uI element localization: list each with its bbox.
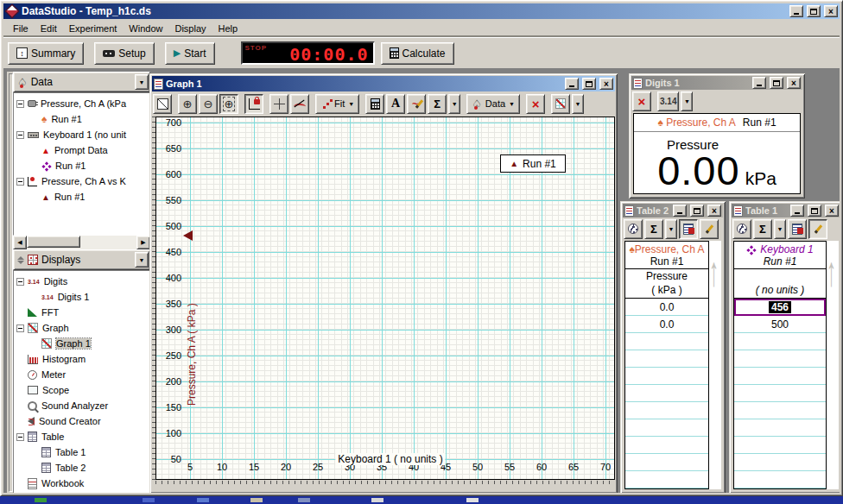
- tree-expander-graph[interactable]: [16, 324, 24, 332]
- digits-format-dropdown-button[interactable]: ▼: [681, 91, 693, 111]
- fit-menu-button[interactable]: Fit ▼: [315, 94, 359, 114]
- y-axis-title[interactable]: Pressure, Ch A ( kPa ): [186, 245, 198, 406]
- display-item-sound-analyzer[interactable]: Sound Analyzer: [14, 398, 149, 413]
- display-item-histogram[interactable]: Histogram: [14, 351, 149, 367]
- text-annotation-button[interactable]: A: [386, 94, 405, 114]
- table2-statistics-dropdown-button[interactable]: ▼: [665, 219, 677, 239]
- display-item-graph-1[interactable]: Graph 1: [14, 336, 149, 351]
- table1-row-6[interactable]: [734, 385, 826, 402]
- table2-title-bar[interactable]: Table 2 ×: [623, 204, 723, 217]
- panel-splitter-icon[interactable]: [17, 256, 24, 264]
- table1-row-9[interactable]: [734, 437, 826, 454]
- table2-close-button[interactable]: ×: [707, 205, 721, 217]
- table2-row-7[interactable]: [625, 402, 708, 419]
- zoom-out-button[interactable]: ⊖: [199, 94, 218, 114]
- table1-title-bar[interactable]: Table 1 ×: [732, 204, 840, 217]
- table2-row-1[interactable]: 0.0: [625, 299, 708, 316]
- graph-calculate-button[interactable]: [365, 94, 384, 114]
- table2-statistics-button[interactable]: Σ: [644, 219, 663, 239]
- taskbar-icon[interactable]: [35, 498, 47, 502]
- zoom-select-button[interactable]: ⊕: [219, 94, 238, 114]
- digits-close-button[interactable]: ×: [787, 77, 801, 89]
- digits-maximize-button[interactable]: [770, 77, 783, 89]
- data-item-keyboard-1[interactable]: Keyboard 1 (no unit: [14, 127, 149, 142]
- digits-remove-button[interactable]: ×: [632, 91, 651, 111]
- menu-file[interactable]: File: [7, 22, 35, 35]
- table1-maximize-button[interactable]: [808, 205, 821, 217]
- display-item-digits-1[interactable]: 3.14Digits 1: [14, 289, 149, 305]
- table1-row-1[interactable]: 456: [734, 299, 826, 316]
- data-item-pressure-cha[interactable]: Pressure, Ch A (kPa: [14, 96, 149, 111]
- table2-row-10[interactable]: [625, 454, 708, 471]
- table2-row-5[interactable]: [625, 368, 708, 385]
- table2-row-6[interactable]: [625, 385, 708, 402]
- table1-scroll-gutter[interactable]: ↑: [827, 241, 839, 489]
- graph-settings-button[interactable]: [551, 94, 570, 114]
- scrollbar-track[interactable]: [27, 236, 136, 249]
- table1-row-7[interactable]: [734, 402, 826, 419]
- prediction-button[interactable]: ~: [407, 94, 426, 114]
- taskbar-icon[interactable]: [298, 498, 310, 502]
- graph-close-button[interactable]: ×: [599, 78, 613, 90]
- table1-editing-cell[interactable]: 456: [769, 301, 791, 313]
- displays-panel-header[interactable]: Displays ▼: [13, 249, 150, 270]
- table2-minimize-button[interactable]: [673, 205, 687, 217]
- table1-row-4[interactable]: [734, 350, 826, 368]
- display-item-table-1[interactable]: Table 1: [14, 444, 149, 460]
- table2-source-header[interactable]: ♠Pressure, Ch A Run #1: [625, 242, 708, 269]
- x-axis-title[interactable]: Keyboard 1 ( no units ): [335, 453, 445, 465]
- taskbar-icon[interactable]: [466, 498, 479, 502]
- data-panel-header[interactable]: ♤ Data ▼: [13, 72, 150, 92]
- display-item-fft[interactable]: FFT: [14, 305, 149, 320]
- data-item-pressure-cha-run1[interactable]: ♠Run #1: [14, 111, 149, 127]
- data-item-pressure-vs-run1[interactable]: ▲Run #1: [14, 189, 149, 205]
- table2-row-9[interactable]: [625, 437, 708, 454]
- table1-source-header[interactable]: Keyboard 1 Run #1: [734, 242, 826, 269]
- scale-to-fit-button[interactable]: [153, 94, 172, 114]
- windows-taskbar[interactable]: [0, 496, 843, 504]
- table1-row-8[interactable]: [734, 419, 826, 437]
- scroll-left-button[interactable]: ◀: [13, 236, 27, 249]
- table1-row-2[interactable]: 500: [734, 316, 826, 333]
- taskbar-icon[interactable]: [143, 498, 155, 502]
- table2-scroll-gutter[interactable]: ↑: [709, 241, 721, 489]
- display-item-table[interactable]: Table: [14, 429, 149, 444]
- table2-lock-button[interactable]: [679, 219, 698, 239]
- app-close-button[interactable]: ×: [824, 5, 838, 17]
- table2-cell[interactable]: 0.0: [660, 318, 675, 331]
- app-maximize-button[interactable]: [807, 5, 821, 17]
- display-item-sound-creator[interactable]: Sound Creator: [14, 413, 149, 429]
- slope-tool-button[interactable]: [290, 94, 309, 114]
- display-item-meter[interactable]: Meter: [14, 367, 149, 382]
- table2-edit-button[interactable]: [700, 219, 719, 239]
- table1-statistics-dropdown-button[interactable]: ▼: [774, 219, 786, 239]
- scroll-right-button[interactable]: ▶: [136, 236, 150, 249]
- taskbar-icon[interactable]: [371, 498, 383, 502]
- data-point-edge-marker[interactable]: [183, 230, 193, 241]
- graph-maximize-button[interactable]: [582, 78, 596, 90]
- menu-window[interactable]: Window: [123, 22, 168, 35]
- display-item-workbook[interactable]: Workbook: [14, 476, 149, 491]
- table2-row-11[interactable]: [625, 471, 708, 488]
- digits-header[interactable]: ♠ Pressure, Ch A Run #1: [634, 114, 800, 132]
- display-item-table-2[interactable]: Table 2: [14, 460, 149, 476]
- x-axis-ruler[interactable]: [155, 481, 615, 484]
- statistics-button[interactable]: Σ: [428, 94, 447, 114]
- digits-title-bar[interactable]: Digits 1 ×: [631, 76, 802, 90]
- tree-expander-digits[interactable]: [16, 278, 24, 286]
- data-item-prompt-data[interactable]: ▲Prompt Data: [14, 142, 149, 158]
- summary-button[interactable]: ↕ Summary: [8, 42, 84, 65]
- menu-help[interactable]: Help: [212, 22, 244, 35]
- table1-edit-button[interactable]: [808, 219, 827, 239]
- calculate-button[interactable]: Calculate: [381, 42, 454, 65]
- tree-expander-table[interactable]: [16, 433, 24, 441]
- display-item-scope[interactable]: Scope: [14, 382, 149, 398]
- table1-row-10[interactable]: [734, 454, 826, 471]
- display-item-graph[interactable]: Graph: [14, 320, 149, 336]
- table2-cell[interactable]: 0.0: [660, 301, 675, 313]
- tree-expander-pressure-vs-keyboard[interactable]: [16, 178, 24, 186]
- digits-minimize-button[interactable]: [752, 77, 766, 89]
- table2-row-2[interactable]: 0.0: [625, 316, 708, 333]
- table1-column-header[interactable]: ( no units ): [734, 269, 826, 299]
- start-button[interactable]: ▶ Start: [165, 42, 215, 65]
